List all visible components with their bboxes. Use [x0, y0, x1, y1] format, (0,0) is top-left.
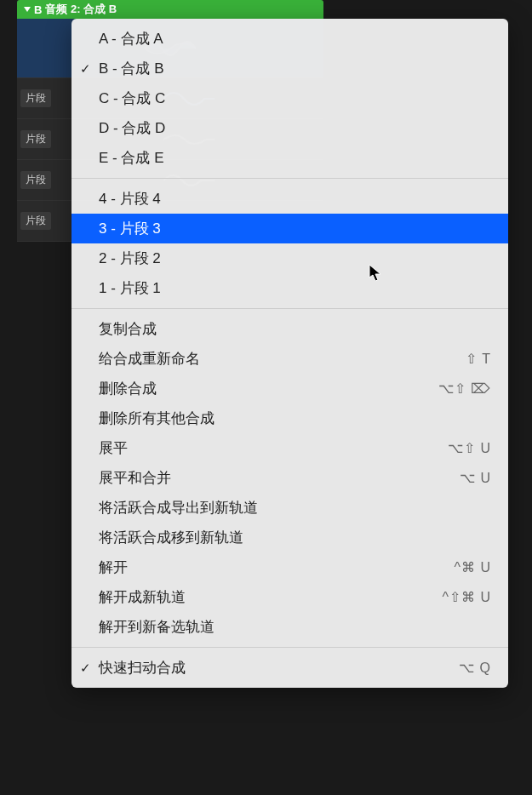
menu-item-shortcut: ⌥⇧ U — [448, 440, 491, 456]
menu-divider — [72, 308, 508, 309]
context-menu: A - 合成 A✓B - 合成 BC - 合成 CD - 合成 DE - 合成 … — [72, 19, 508, 688]
take-label: 片段 — [20, 212, 51, 230]
menu-action-4[interactable]: 展平⌥⇧ U — [72, 433, 508, 463]
menu-action-7[interactable]: 将活跃合成移到新轨道 — [72, 523, 508, 552]
menu-item-label: 解开到新备选轨道 — [99, 617, 491, 637]
menu-item-label: 解开 — [99, 558, 454, 577]
comp-letter: B — [34, 3, 42, 16]
take-label: 片段 — [20, 171, 51, 189]
menu-comp-D[interactable]: D - 合成 D — [72, 113, 508, 143]
menu-action-1[interactable]: 给合成重新命名⇧ T — [72, 344, 508, 374]
menu-item-shortcut: ⇧ T — [466, 351, 491, 367]
menu-action-6[interactable]: 将活跃合成导出到新轨道 — [72, 493, 508, 523]
menu-item-label: C - 合成 C — [99, 89, 491, 108]
menu-item-label: E - 合成 E — [99, 148, 491, 168]
menu-item-shortcut: ⌥ Q — [459, 660, 491, 676]
menu-item-label: 删除合成 — [99, 379, 438, 398]
menu-action-8[interactable]: 解开^⌘ U — [72, 552, 508, 582]
menu-comp-B[interactable]: ✓B - 合成 B — [72, 54, 508, 83]
menu-take-3[interactable]: 3 - 片段 3 — [72, 214, 508, 243]
menu-item-label: 1 - 片段 1 — [99, 278, 491, 298]
menu-item-label: 4 - 片段 4 — [99, 189, 491, 209]
region-header[interactable]: B 音频 2: 合成 B — [17, 0, 323, 19]
menu-item-label: 将活跃合成移到新轨道 — [99, 528, 491, 547]
menu-comp-C[interactable]: C - 合成 C — [72, 83, 508, 113]
menu-action-0[interactable]: 复制合成 — [72, 314, 508, 344]
disclosure-triangle-icon[interactable] — [24, 7, 31, 12]
menu-take-2[interactable]: 2 - 片段 2 — [72, 243, 508, 273]
menu-footer-0[interactable]: ✓快速扫动合成⌥ Q — [72, 653, 508, 683]
menu-item-label: 解开成新轨道 — [99, 587, 442, 607]
menu-item-label: 将活跃合成导出到新轨道 — [99, 498, 491, 518]
menu-take-1[interactable]: 1 - 片段 1 — [72, 273, 508, 303]
menu-action-2[interactable]: 删除合成⌥⇧ ⌦ — [72, 374, 508, 403]
menu-item-label: 3 - 片段 3 — [99, 219, 491, 238]
menu-divider — [72, 178, 508, 179]
menu-comp-A[interactable]: A - 合成 A — [72, 24, 508, 54]
checkmark-icon: ✓ — [80, 61, 91, 77]
menu-item-shortcut: ^⇧⌘ U — [442, 589, 491, 605]
menu-item-label: 展平和合并 — [99, 468, 460, 488]
menu-item-label: 给合成重新命名 — [99, 349, 466, 369]
take-label: 片段 — [20, 130, 51, 148]
menu-action-10[interactable]: 解开到新备选轨道 — [72, 612, 508, 642]
menu-item-label: 复制合成 — [99, 319, 491, 339]
menu-item-label: A - 合成 A — [99, 29, 491, 49]
take-label: 片段 — [20, 89, 51, 107]
region-title: 音频 2: 合成 B — [45, 2, 117, 17]
menu-divider — [72, 647, 508, 648]
menu-take-4[interactable]: 4 - 片段 4 — [72, 184, 508, 214]
menu-item-shortcut: ⌥ U — [460, 470, 491, 486]
menu-item-label: 删除所有其他合成 — [99, 409, 491, 428]
menu-action-5[interactable]: 展平和合并⌥ U — [72, 463, 508, 493]
menu-item-label: 快速扫动合成 — [99, 658, 459, 678]
menu-item-label: D - 合成 D — [99, 118, 491, 138]
menu-action-3[interactable]: 删除所有其他合成 — [72, 403, 508, 433]
checkmark-icon: ✓ — [80, 661, 91, 676]
menu-action-9[interactable]: 解开成新轨道^⇧⌘ U — [72, 582, 508, 612]
menu-item-label: 2 - 片段 2 — [99, 249, 491, 268]
menu-item-label: B - 合成 B — [99, 59, 491, 78]
menu-item-shortcut: ^⌘ U — [454, 559, 491, 575]
menu-comp-E[interactable]: E - 合成 E — [72, 143, 508, 173]
menu-item-shortcut: ⌥⇧ ⌦ — [438, 380, 491, 397]
menu-item-label: 展平 — [99, 438, 448, 458]
